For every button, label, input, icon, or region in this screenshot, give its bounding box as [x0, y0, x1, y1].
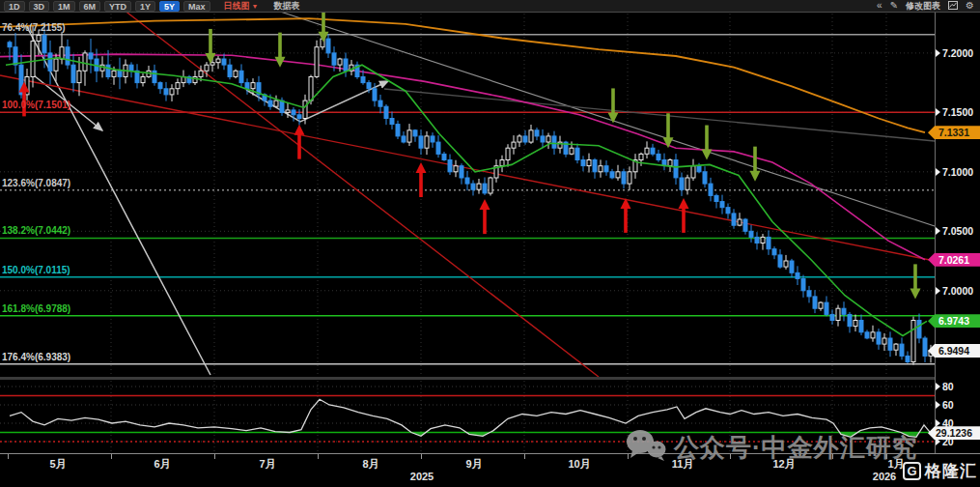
axis-tick-60: 60 [936, 399, 954, 411]
time-tick [524, 454, 525, 459]
wechat-watermark-text: 公众号·中金外汇研究 [674, 431, 918, 465]
pencil-icon[interactable]: ✎ [890, 1, 898, 11]
range-button-1Y[interactable]: 1Y [135, 1, 155, 12]
price-badge-7.1331: 7.1331 [928, 126, 980, 139]
range-button-1M[interactable]: 1M [53, 1, 75, 12]
axis-tick-7.0000: 7.0000 [936, 285, 973, 297]
brand-name: 格隆汇 [925, 460, 977, 482]
price-badge-6.9494: 6.9494 [928, 344, 980, 358]
collapse-icon[interactable]: « [877, 1, 882, 11]
axis-tick-7.1000: 7.1000 [936, 166, 973, 178]
range-button-6M[interactable]: 6M [79, 1, 101, 12]
axis-tick-7.2000: 7.2000 [936, 47, 973, 59]
chart-type-label: 日线图 [224, 0, 250, 13]
fib-level-label: 150.0%(7.0115) [2, 265, 70, 275]
top-toolbar: 1D3D1M6MYTD1Y5YMax 日线图 ▼ 数据表 « ✎ 修改图表 ⚙ [0, 0, 980, 13]
price-axis[interactable]: 7.20007.15007.10007.05007.00007.13317.02… [935, 13, 980, 453]
time-tick [214, 454, 215, 459]
data-table-button[interactable]: 数据表 [274, 0, 300, 13]
chevron-down-icon: ▼ [252, 3, 259, 10]
price-badge-29.1236: 29.1236 [928, 426, 980, 440]
time-tick [8, 454, 9, 459]
wechat-watermark: 公众号·中金外汇研究 [626, 429, 918, 466]
range-button-5Y[interactable]: 5Y [159, 1, 180, 12]
month-label-9月: 9月 [465, 457, 482, 472]
range-button-3D[interactable]: 3D [29, 1, 50, 12]
year-label-2026: 2026 [873, 471, 896, 482]
fib-level-label: 123.6%(7.0847) [2, 178, 70, 188]
fib-level-label: 176.4%(6.9383) [2, 352, 70, 362]
charting-app-window: 76.4%(7.2155)100.0%(7.1501)123.6%(7.0847… [0, 0, 980, 487]
month-label-5月: 5月 [49, 457, 66, 472]
price-badge-7.0261: 7.0261 [928, 253, 980, 267]
axis-tick-7.1500: 7.1500 [936, 106, 973, 118]
settings-gear-icon[interactable]: ⚙ [966, 1, 974, 11]
axis-tick-80: 80 [936, 381, 954, 392]
chart-type-button[interactable]: 日线图 ▼ [224, 0, 259, 13]
range-selector: 1D3D1M6MYTD1Y5YMax [0, 1, 210, 12]
chart-compare-icon[interactable] [948, 1, 958, 12]
fib-level-label: 76.4%(7.2155) [2, 22, 66, 33]
month-label-8月: 8月 [362, 457, 378, 472]
price-badge-6.9743: 6.9743 [928, 314, 980, 328]
price-chart-canvas[interactable] [0, 0, 980, 487]
time-tick [318, 454, 319, 459]
month-label-7月: 7月 [259, 457, 275, 472]
month-label-10月: 10月 [568, 457, 590, 472]
year-label-2025: 2025 [410, 471, 434, 482]
brand-watermark: G 格隆汇 [903, 460, 977, 482]
wechat-icon [626, 429, 666, 466]
fib-level-label: 161.8%(6.9788) [2, 303, 70, 314]
brand-logo-icon: G [903, 462, 921, 480]
time-tick [421, 454, 422, 459]
toolbar-right-tools: « ✎ 修改图表 ⚙ [877, 0, 980, 13]
time-tick [111, 454, 112, 459]
axis-tick-7.0500: 7.0500 [936, 225, 973, 237]
edit-chart-button[interactable]: 修改图表 [906, 0, 940, 13]
fib-level-label: 100.0%(7.1501) [2, 100, 70, 110]
month-label-6月: 6月 [154, 457, 170, 472]
range-button-1D[interactable]: 1D [4, 1, 25, 12]
fib-level-label: 138.2%(7.0442) [2, 225, 70, 236]
range-button-Max[interactable]: Max [183, 1, 210, 12]
range-button-YTD[interactable]: YTD [104, 1, 131, 12]
